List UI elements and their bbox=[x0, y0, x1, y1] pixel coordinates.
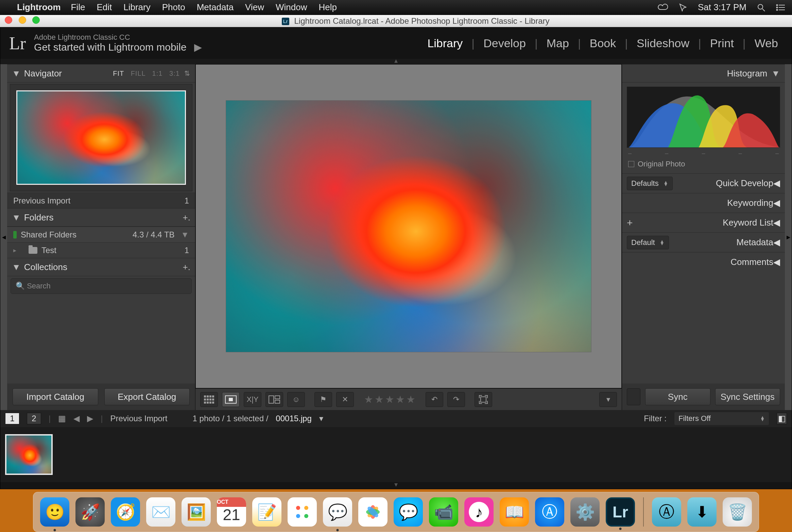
import-catalog-button[interactable]: Import Catalog bbox=[13, 388, 98, 405]
folder-row[interactable]: ▸ Test 1 bbox=[7, 242, 195, 258]
dock-sysprefs-icon[interactable]: ⚙️ bbox=[570, 497, 600, 527]
creative-cloud-icon[interactable] bbox=[657, 3, 669, 12]
disclosure-triangle-icon[interactable]: ▼ bbox=[771, 68, 780, 79]
disclosure-triangle-icon[interactable]: ◀ bbox=[773, 178, 780, 189]
module-slideshow[interactable]: Slideshow bbox=[628, 37, 698, 50]
volume-row[interactable]: Shared Folders 4.3 / 4.4 TB ▼ bbox=[7, 227, 195, 242]
toolbar-menu-button[interactable]: ▾ bbox=[599, 392, 617, 407]
collections-search[interactable]: 🔍 Search bbox=[11, 278, 192, 294]
grid-mini-icon[interactable]: ▦ bbox=[58, 414, 66, 423]
dock-reminders-icon[interactable] bbox=[288, 497, 317, 527]
menu-file[interactable]: File bbox=[71, 2, 85, 13]
disclosure-triangle-icon[interactable]: ▼ bbox=[12, 262, 21, 272]
nav-zoom-stepper-icon[interactable]: ⇅ bbox=[184, 70, 190, 77]
left-edge-handle[interactable]: ◂ bbox=[0, 64, 7, 410]
filmstrip-thumbnail[interactable] bbox=[5, 434, 53, 475]
top-panel-grip[interactable]: ▴ bbox=[0, 59, 792, 64]
filter-dropdown[interactable]: Filters Off ▲▼ bbox=[674, 412, 769, 425]
dock-finder-icon[interactable]: 🙂 bbox=[40, 497, 69, 527]
original-photo-toggle[interactable]: Original Photo bbox=[622, 157, 785, 173]
nav-fill[interactable]: FILL bbox=[131, 70, 145, 77]
disclosure-triangle-icon[interactable]: ◀ bbox=[773, 257, 780, 267]
breadcrumb[interactable]: Previous Import bbox=[110, 414, 167, 423]
dock-mail-icon[interactable]: ✉️ bbox=[146, 497, 175, 527]
dock-trash-icon[interactable]: 🗑️ bbox=[723, 497, 752, 527]
menu-metadata[interactable]: Metadata bbox=[197, 2, 234, 13]
dock-preview-icon[interactable]: 🖼️ bbox=[182, 497, 211, 527]
disclosure-triangle-icon[interactable]: ◀ bbox=[773, 217, 780, 228]
dock-launchpad-icon[interactable]: 🚀 bbox=[75, 497, 105, 527]
menu-photo[interactable]: Photo bbox=[162, 2, 185, 13]
dock-messages-icon[interactable]: 💬 bbox=[394, 497, 423, 527]
grid-view-button[interactable] bbox=[200, 392, 218, 407]
module-develop[interactable]: Develop bbox=[475, 37, 535, 50]
disclosure-triangle-icon[interactable]: ▼ bbox=[12, 68, 21, 79]
notification-center-icon[interactable] bbox=[776, 4, 785, 11]
dock-lightroom-icon[interactable]: Lr bbox=[606, 497, 635, 527]
module-map[interactable]: Map bbox=[538, 37, 578, 50]
status-cursor-icon[interactable] bbox=[679, 3, 688, 12]
disclosure-triangle-icon[interactable]: ▼ bbox=[12, 212, 21, 223]
flag-pick-button[interactable]: ⚑ bbox=[314, 392, 332, 407]
add-collection-icon[interactable]: +. bbox=[183, 262, 190, 272]
sync-target-button[interactable] bbox=[475, 392, 492, 407]
module-web[interactable]: Web bbox=[746, 37, 787, 50]
secondary-window-button[interactable]: 2 bbox=[27, 413, 41, 424]
people-view-button[interactable]: ☺ bbox=[287, 392, 305, 407]
dock-safari-icon[interactable]: 🧭 bbox=[111, 497, 140, 527]
folders-header[interactable]: ▼ Folders +. bbox=[7, 208, 195, 227]
catalog-previous-import[interactable]: Previous Import 1 bbox=[7, 193, 195, 208]
rotate-ccw-button[interactable]: ↶ bbox=[426, 392, 443, 407]
dock-facetime-icon[interactable]: 📹 bbox=[429, 497, 458, 527]
navigator-thumbnail[interactable] bbox=[16, 90, 186, 185]
dock-ibooks-icon[interactable]: 📖 bbox=[500, 497, 529, 527]
right-edge-handle[interactable]: ▸ bbox=[785, 64, 792, 410]
loupe-view[interactable] bbox=[195, 64, 622, 388]
rating-stars[interactable]: ★★★★★ bbox=[363, 393, 416, 405]
chevron-right-icon[interactable]: ▶ bbox=[194, 41, 202, 53]
menu-edit[interactable]: Edit bbox=[97, 2, 112, 13]
dock-calendar-icon[interactable]: OCT 21 bbox=[217, 497, 246, 527]
menu-window[interactable]: Window bbox=[276, 2, 307, 13]
zoom-window-button[interactable] bbox=[32, 16, 40, 24]
flag-reject-button[interactable]: ✕ bbox=[336, 392, 354, 407]
nav-1to1[interactable]: 1:1 bbox=[152, 70, 163, 77]
histogram-header[interactable]: Histogram ▼ bbox=[622, 64, 785, 83]
menu-view[interactable]: View bbox=[245, 2, 264, 13]
file-menu-chevron-icon[interactable]: ▾ bbox=[319, 414, 323, 423]
compare-view-button[interactable]: X|Y bbox=[244, 392, 261, 407]
keywording-header[interactable]: Keywording ◀ bbox=[622, 193, 785, 213]
menubar-clock[interactable]: Sat 3:17 PM bbox=[698, 2, 746, 13]
disclosure-triangle-icon[interactable]: ▼ bbox=[179, 230, 189, 240]
spotlight-icon[interactable] bbox=[757, 3, 765, 12]
survey-view-button[interactable] bbox=[265, 392, 283, 407]
quick-develop-preset-dropdown[interactable]: Defaults▲▼ bbox=[627, 177, 673, 190]
menu-help[interactable]: Help bbox=[318, 2, 337, 13]
mobile-link[interactable]: Get started with Lightroom mobile bbox=[34, 41, 187, 53]
dock-applications-folder-icon[interactable]: Ⓐ bbox=[652, 497, 681, 527]
module-book[interactable]: Book bbox=[581, 37, 625, 50]
filter-lock-button[interactable]: ◧ bbox=[777, 413, 787, 424]
comments-header[interactable]: Comments ◀ bbox=[622, 252, 785, 272]
metadata-preset-dropdown[interactable]: Default▲▼ bbox=[627, 236, 669, 249]
module-library[interactable]: Library bbox=[418, 37, 471, 50]
histogram-panel[interactable] bbox=[627, 87, 780, 148]
nav-fit[interactable]: FIT bbox=[113, 70, 124, 77]
next-photo-button[interactable]: ▶ bbox=[87, 414, 93, 423]
rotate-cw-button[interactable]: ↷ bbox=[447, 392, 465, 407]
dock-downloads-folder-icon[interactable]: ⬇ bbox=[687, 497, 717, 527]
export-catalog-button[interactable]: Export Catalog bbox=[104, 388, 190, 405]
dock-itunes-icon[interactable]: ♪ bbox=[464, 497, 494, 527]
bottom-panel-grip[interactable]: ▾ bbox=[0, 482, 792, 489]
minimize-window-button[interactable] bbox=[19, 16, 26, 24]
sync-switch[interactable] bbox=[627, 388, 640, 405]
module-print[interactable]: Print bbox=[701, 37, 743, 50]
navigator-header[interactable]: ▼ Navigator FIT FILL 1:1 3:1 ⇅ bbox=[7, 64, 195, 83]
checkbox-icon[interactable] bbox=[628, 161, 634, 167]
menu-library[interactable]: Library bbox=[123, 2, 150, 13]
metadata-header[interactable]: Default▲▼ Metadata ◀ bbox=[622, 232, 785, 252]
disclosure-triangle-icon[interactable]: ◀ bbox=[773, 198, 780, 208]
dock-appstore-icon[interactable]: Ⓐ bbox=[535, 497, 564, 527]
quick-develop-header[interactable]: Defaults▲▼ Quick Develop ◀ bbox=[622, 173, 785, 193]
expand-toggle-icon[interactable]: ▸ bbox=[13, 247, 16, 254]
